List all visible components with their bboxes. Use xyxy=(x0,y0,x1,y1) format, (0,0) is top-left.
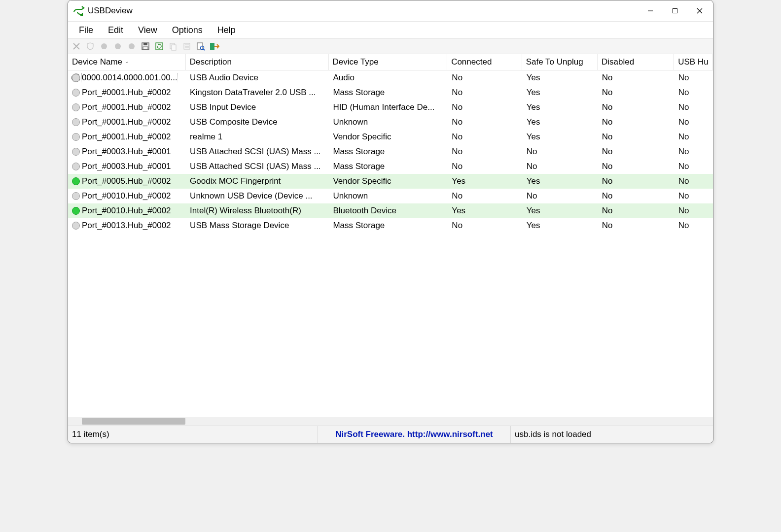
cell: No xyxy=(674,162,713,171)
status-item-count: 11 item(s) xyxy=(68,426,318,443)
cell: No xyxy=(674,221,713,231)
cell: No xyxy=(448,132,522,142)
cell: Yes xyxy=(523,206,598,216)
cell: USB Mass Storage Device xyxy=(186,221,329,231)
cell: No xyxy=(674,147,713,157)
find-icon[interactable] xyxy=(194,40,207,53)
status-dot-icon xyxy=(72,207,80,215)
cell: No xyxy=(674,206,713,216)
cell: Port_#0001.Hub_#0002 xyxy=(68,88,186,98)
cell: Port_#0003.Hub_#0001 xyxy=(68,162,186,171)
table-row[interactable]: Port_#0013.Hub_#0002USB Mass Storage Dev… xyxy=(68,218,713,233)
cell: Port_#0001.Hub_#0002 xyxy=(68,102,186,112)
sort-asc-icon: › xyxy=(124,61,130,63)
cell: Yes xyxy=(523,132,598,142)
listview-body[interactable]: 0000.0014.0000.001.00...USB Audio Device… xyxy=(68,70,713,417)
status-link[interactable]: NirSoft Freeware. http://www.nirsoft.net xyxy=(318,426,511,443)
menu-file[interactable]: File xyxy=(72,23,100,37)
shield-icon xyxy=(84,40,97,53)
column-header[interactable]: Description xyxy=(186,54,329,70)
exit-icon[interactable] xyxy=(208,40,221,53)
column-header[interactable]: Device Type xyxy=(329,54,448,70)
table-row[interactable]: Port_#0010.Hub_#0002Intel(R) Wireless Bl… xyxy=(68,203,713,218)
column-header[interactable]: Connected xyxy=(447,54,522,70)
svg-rect-1 xyxy=(673,9,677,13)
cell: Mass Storage xyxy=(329,221,448,231)
svg-rect-18 xyxy=(210,43,214,50)
cell: No xyxy=(598,176,674,186)
copy-icon xyxy=(167,40,179,53)
svg-rect-7 xyxy=(143,47,148,49)
cell: No xyxy=(674,176,713,186)
table-row[interactable]: 0000.0014.0000.001.00...USB Audio Device… xyxy=(68,70,713,85)
menu-options[interactable]: Options xyxy=(165,23,210,37)
cell: Kingston DataTraveler 2.0 USB ... xyxy=(186,88,329,98)
usb-icon xyxy=(73,5,85,17)
svg-line-17 xyxy=(204,49,205,51)
cell: USB Input Device xyxy=(186,102,329,112)
statusbar: 11 item(s) NirSoft Freeware. http://www.… xyxy=(68,426,713,443)
cell: Yes xyxy=(523,88,598,98)
toolbar xyxy=(68,38,713,54)
cell: Vendor Specific xyxy=(329,132,448,142)
cell: No xyxy=(674,73,713,83)
table-row[interactable]: Port_#0001.Hub_#0002Kingston DataTravele… xyxy=(68,85,713,100)
refresh-icon[interactable] xyxy=(153,40,166,53)
cell: No xyxy=(598,102,674,112)
cell: Bluetooth Device xyxy=(329,206,448,216)
svg-point-3 xyxy=(115,43,121,49)
app-window: USBDeview FileEditViewOptionsHelp Device… xyxy=(68,0,713,443)
cell: HID (Human Interface De... xyxy=(329,102,448,112)
cell: No xyxy=(598,221,674,231)
cell: Port_#0001.Hub_#0002 xyxy=(68,132,186,142)
cell: USB Composite Device xyxy=(186,117,329,127)
save-icon[interactable] xyxy=(139,40,152,53)
cell: No xyxy=(674,88,713,98)
table-row[interactable]: Port_#0001.Hub_#0002USB Composite Device… xyxy=(68,115,713,130)
cell: No xyxy=(523,147,598,157)
column-header[interactable]: USB Hu xyxy=(674,54,713,70)
table-row[interactable]: Port_#0001.Hub_#0002USB Input DeviceHID … xyxy=(68,100,713,115)
svg-point-2 xyxy=(101,43,107,49)
status-dot-icon xyxy=(72,103,80,111)
cell: Vendor Specific xyxy=(329,176,448,186)
titlebar[interactable]: USBDeview xyxy=(68,0,713,22)
menu-help[interactable]: Help xyxy=(211,23,243,37)
table-row[interactable]: Port_#0001.Hub_#0002realme 1Vendor Speci… xyxy=(68,130,713,144)
cell: No xyxy=(598,191,674,201)
status-dot-icon xyxy=(72,177,80,185)
listview-rows: 0000.0014.0000.001.00...USB Audio Device… xyxy=(68,70,713,233)
status-dot-icon xyxy=(72,222,80,230)
status-dot-icon xyxy=(72,89,80,97)
cell: No xyxy=(598,73,674,83)
table-row[interactable]: Port_#0005.Hub_#0002Goodix MOC Fingerpri… xyxy=(68,174,713,189)
cell: No xyxy=(448,88,522,98)
status-dot-icon xyxy=(72,118,80,126)
column-header[interactable]: Device Name› xyxy=(68,54,186,70)
cell: No xyxy=(598,147,674,157)
table-row[interactable]: Port_#0003.Hub_#0001USB Attached SCSI (U… xyxy=(68,144,713,159)
scrollbar-thumb[interactable] xyxy=(82,418,185,425)
maximize-button[interactable] xyxy=(664,3,686,19)
cell: No xyxy=(448,117,522,127)
status-dot-icon xyxy=(72,192,80,200)
table-row[interactable]: Port_#0010.Hub_#0002Unknown USB Device (… xyxy=(68,189,713,203)
menu-view[interactable]: View xyxy=(131,23,164,37)
menu-edit[interactable]: Edit xyxy=(101,23,130,37)
status-dot-icon xyxy=(72,148,80,156)
cell: Yes xyxy=(523,102,598,112)
cell: Port_#0010.Hub_#0002 xyxy=(68,191,186,201)
svg-rect-6 xyxy=(143,43,147,45)
cell: No xyxy=(598,88,674,98)
column-header[interactable]: Safe To Unplug xyxy=(522,54,598,70)
minimize-button[interactable] xyxy=(639,3,662,19)
cell: Port_#0003.Hub_#0001 xyxy=(68,147,186,157)
cell: No xyxy=(523,191,598,201)
cell: Unknown USB Device (Device ... xyxy=(186,191,329,201)
cell: No xyxy=(448,191,522,201)
close-button[interactable] xyxy=(688,3,711,19)
table-row[interactable]: Port_#0003.Hub_#0001USB Attached SCSI (U… xyxy=(68,159,713,174)
listview-header: Device Name›DescriptionDevice TypeConnec… xyxy=(68,54,713,70)
horizontal-scrollbar[interactable] xyxy=(68,417,713,426)
column-header[interactable]: Disabled xyxy=(598,54,674,70)
